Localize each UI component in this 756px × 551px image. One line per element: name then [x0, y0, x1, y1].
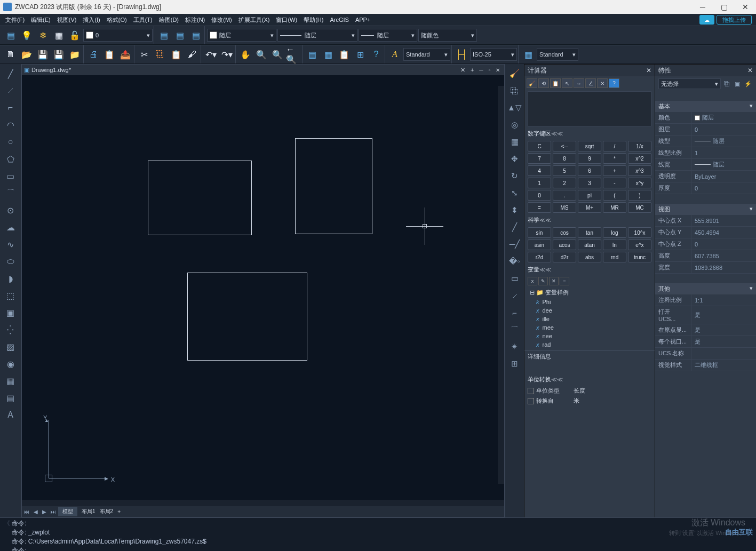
lineweight-dropdown[interactable]: 随层▾ — [359, 29, 417, 42]
trim-tool[interactable]: ╱ — [507, 219, 523, 235]
menu-draw[interactable]: 绘图(D) — [156, 15, 182, 25]
new-icon[interactable]: 🗎 — [3, 47, 18, 62]
unit-checkbox[interactable] — [528, 388, 534, 394]
zoom-previous-icon[interactable]: ←🔍 — [286, 47, 301, 62]
menu-file[interactable]: 文件(F) — [2, 15, 28, 25]
scale-tool[interactable]: ⤡ — [507, 185, 523, 201]
circle-tool[interactable]: ○ — [2, 134, 19, 150]
property-row[interactable]: 线宽随层 — [655, 159, 756, 171]
chamfer-tool[interactable]: ⌐ — [507, 305, 523, 321]
rectangle-entity[interactable] — [187, 273, 307, 361]
sci-key-tan[interactable]: tan — [578, 227, 601, 238]
tablestyle-icon[interactable]: ▦ — [521, 47, 536, 62]
property-row[interactable]: 宽度1089.2668 — [655, 262, 756, 274]
property-row[interactable]: 高度607.7385 — [655, 250, 756, 262]
property-row[interactable]: 中心点 X555.8901 — [655, 215, 756, 227]
menu-app[interactable]: APP+ — [352, 15, 373, 24]
layout-first[interactable]: ⏮ — [22, 509, 31, 515]
layer-unlock-icon[interactable]: 🔓 — [67, 28, 82, 43]
calc-intersect-icon[interactable]: ✕ — [597, 78, 608, 88]
point-tool[interactable]: ⁛ — [2, 322, 19, 338]
property-row[interactable]: 每个视口...是 — [655, 336, 756, 348]
property-row[interactable]: 中心点 Z0 — [655, 238, 756, 250]
stretch-tool[interactable]: ⬍ — [507, 202, 523, 218]
unit-section[interactable]: 单位转换≪≪ — [524, 373, 655, 386]
sci-key-ln[interactable]: ln — [603, 239, 626, 250]
basic-group-head[interactable]: 基本▾ — [655, 101, 756, 112]
convert-from-value[interactable]: 米 — [574, 397, 651, 405]
calc-key-x[interactable]: / — [603, 141, 626, 151]
calc-key-C[interactable]: C — [528, 141, 551, 151]
publish-icon[interactable]: 📤 — [118, 47, 133, 62]
calc-key-x[interactable]: ) — [628, 190, 651, 201]
sci-key-abs[interactable]: abs — [578, 252, 601, 262]
menu-help[interactable]: 帮助(H) — [300, 15, 327, 25]
calc-key-9[interactable]: 9 — [578, 153, 601, 164]
help-icon[interactable]: ? — [369, 47, 384, 62]
copy-icon[interactable]: ⿻ — [153, 47, 168, 62]
var-item[interactable]: xnee — [528, 332, 651, 340]
calc-key-Mx[interactable]: M+ — [578, 202, 601, 213]
pan-icon[interactable]: ✋ — [238, 47, 253, 62]
horizontal-scrollbar[interactable] — [22, 500, 504, 506]
break-tool[interactable]: ▭ — [507, 270, 523, 286]
array-tool[interactable]: ▦ — [507, 134, 523, 150]
calc-key-5[interactable]: 5 — [553, 165, 576, 176]
doc-close[interactable]: ✕ — [494, 66, 502, 74]
layer-dropdown[interactable]: 0▾ — [83, 29, 153, 42]
layer-iso-icon[interactable]: ▤ — [188, 28, 203, 43]
revcloud-tool[interactable]: ☁ — [2, 219, 19, 235]
cloud-button[interactable]: ☁ — [699, 15, 714, 25]
layout-next[interactable]: ▶ — [40, 509, 49, 515]
calc-key-MS[interactable]: MS — [553, 202, 576, 213]
rotate-tool[interactable]: ↻ — [507, 168, 523, 184]
sci-key-log[interactable]: log — [603, 227, 626, 238]
calc-help-icon[interactable]: ? — [609, 78, 619, 88]
var-item[interactable]: xdee — [528, 306, 651, 315]
doc-restore[interactable]: ▫ — [486, 66, 492, 74]
doc-minimize[interactable]: ─ — [477, 66, 485, 74]
copy-tool[interactable]: ⿻ — [507, 83, 523, 99]
insert-block-tool[interactable]: ⬚ — [2, 288, 19, 304]
properties-header[interactable]: 特性 ✕ — [655, 65, 756, 76]
property-row[interactable]: UCS 名称 — [655, 348, 756, 360]
line-tool[interactable]: ╱ — [2, 66, 19, 82]
menu-arcgis[interactable]: ArcGIS — [327, 15, 352, 24]
calc-key-6[interactable]: 6 — [578, 165, 601, 176]
layout-tab-1[interactable]: 布局1 — [77, 507, 100, 516]
dimstyle-icon[interactable]: ├┤ — [454, 47, 469, 62]
arc-tool[interactable]: ◠ — [2, 117, 19, 133]
variable-section[interactable]: 变量≪≪ — [524, 263, 655, 276]
menu-tools[interactable]: 工具(T) — [130, 15, 156, 25]
properties-close[interactable]: ✕ — [747, 67, 753, 74]
sci-key-sin[interactable]: sin — [528, 227, 551, 238]
calc-key-xxy[interactable]: x^y — [628, 178, 651, 188]
calc-key-sqrt[interactable]: sqrt — [578, 141, 601, 151]
dimstyle-dropdown[interactable]: ISO-25▾ — [470, 48, 517, 61]
menu-view[interactable]: 视图(V) — [54, 15, 80, 25]
table-tool[interactable]: ▤ — [2, 390, 19, 406]
sci-key-asin[interactable]: asin — [528, 239, 551, 250]
var-delete-icon[interactable]: ✕ — [549, 277, 559, 285]
calc-angle-icon[interactable]: ∠ — [585, 78, 596, 88]
calc-key-xx3[interactable]: x^3 — [628, 165, 651, 176]
menu-insert[interactable]: 插入(I) — [79, 15, 103, 25]
selection-dropdown[interactable]: 无选择▾ — [658, 78, 721, 89]
extend-tool[interactable]: ─╱ — [507, 236, 523, 252]
layer-previous-icon[interactable]: ▤ — [172, 28, 187, 43]
calc-display[interactable] — [528, 91, 651, 126]
calc-clear-icon[interactable]: 🧹 — [527, 78, 537, 88]
xline-tool[interactable]: ⟋ — [2, 83, 19, 99]
align-tool[interactable]: ⊞ — [507, 356, 523, 372]
calc-key-8[interactable]: 8 — [553, 153, 576, 164]
select-icon[interactable]: ⚡ — [743, 79, 753, 89]
calculator-icon[interactable]: ⊞ — [353, 47, 368, 62]
matchprop-icon[interactable]: 🖌 — [185, 47, 200, 62]
rectangle-entity[interactable] — [295, 138, 372, 234]
var-calc-icon[interactable]: = — [560, 277, 569, 285]
open-icon[interactable]: 📂 — [19, 47, 34, 62]
drawing-tab-label[interactable]: Drawing1.dwg* — [31, 67, 458, 73]
move-tool[interactable]: ✥ — [507, 151, 523, 167]
layer-manager-icon[interactable]: ▤ — [3, 28, 18, 43]
calc-history-icon[interactable]: ⟲ — [538, 78, 549, 88]
